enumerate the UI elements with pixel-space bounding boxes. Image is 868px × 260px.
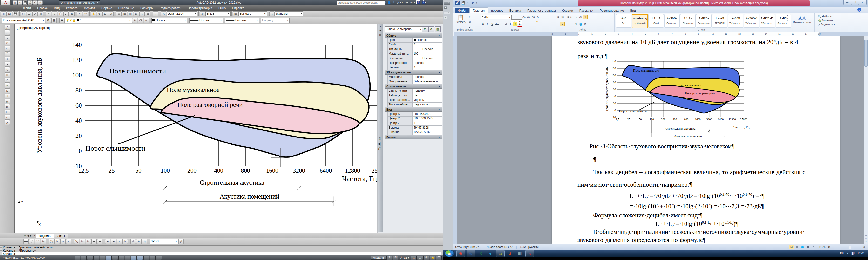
dim-angular-icon[interactable]: ∠ [66,239,71,244]
acad-minimize-icon[interactable]: _ [444,2,447,5]
std-paste-icon[interactable]: 📋 [58,11,63,16]
draw-line-icon[interactable]: ╱ [5,25,10,30]
std-undo-icon[interactable]: ↶ [77,11,83,16]
autoscale-icon[interactable]: 人 [417,256,423,260]
quickview-layouts-icon[interactable]: 🗗 [386,256,392,260]
close-icon[interactable]: ✕ [859,0,867,5]
increase-indent-icon[interactable]: ⇥ [574,15,579,19]
std-designcenter-icon[interactable]: ▦ [122,11,127,16]
acad-drawing-canvas[interactable]: [-][Верхняя][2D каркас] 1401201008060402… [14,24,377,233]
proofing-icon[interactable]: 📖✗ [520,245,526,249]
command-window-grip[interactable] [0,246,2,255]
table-style-combo[interactable]: Standard▼ [239,11,267,16]
dim-style-combo[interactable]: SPDS▼ [206,11,230,16]
strikethrough-icon[interactable]: abc [495,22,499,27]
grow-font-icon[interactable]: A˄ [522,15,526,19]
line-spacing-icon[interactable]: ⇅ [574,22,579,27]
selection-combo[interactable]: Ничего не выбрано▼ [384,27,423,32]
draw-make-block-icon[interactable]: ⊞ [5,88,10,93]
text-style-combo[interactable]: GOST 2.304▼ [166,11,197,16]
style-card[interactable]: АаБбВвГг,¶Обычный [632,14,648,28]
zoom-slider-handle[interactable] [849,246,851,249]
style-card[interactable]: 1.1.1 АОсн3 [648,14,664,28]
palette-row[interactable]: Тип линий ———Послою [388,47,442,52]
draft-view-icon[interactable]: ≡ [811,245,816,249]
std-tool-palettes-icon[interactable]: ▥ [128,11,133,16]
numbering-icon[interactable]: 1≡ [560,15,565,19]
dim-inspect-icon[interactable]: ✓ [117,239,122,244]
quickview-drawings-icon[interactable]: 🗗 [393,256,398,260]
taskbar-app-chrome[interactable]: ◉ [457,250,465,257]
palette-row[interactable]: Цвет Послою [388,38,442,43]
italic-icon[interactable]: К [485,22,490,27]
status-toggle-am[interactable] [156,256,162,260]
draw-multiline-text-icon[interactable]: A [5,120,10,125]
tab-Рассылки[interactable]: Рассылки [576,8,596,13]
shrink-font-icon[interactable]: A˅ [526,15,531,19]
zoom-slider[interactable] [832,247,861,248]
taskbar-app-internet-explorer[interactable]: e [486,250,495,256]
std-print-icon[interactable]: ⎙ [21,11,26,16]
dim-ordinate-icon[interactable]: ⊢ [41,239,46,244]
status-toggle-ortho[interactable] [93,256,99,260]
status-toggle-qp[interactable] [150,256,156,260]
dim-tolerance-icon[interactable]: ⊞ [105,239,111,244]
tab-Разметка страницы[interactable]: Разметка страницы [524,8,559,13]
right-indent-marker[interactable]: △ [818,34,820,36]
model-space-button[interactable]: МОДЕЛЬ [371,256,386,260]
std-open-icon[interactable]: 🗁 [7,11,12,16]
text-effects-icon[interactable]: А [508,22,513,27]
acad-app-logo-icon[interactable]: A [0,0,10,6]
std-zoom-window-icon[interactable]: ⊡ [102,11,108,16]
page-indicator[interactable]: Страница: 8 из 74 [455,245,479,249]
taskbar-app-archive[interactable]: 2 [506,250,514,256]
bullets-icon[interactable]: •≡ [556,15,560,19]
search-binoculars-icon[interactable]: ⌕ [384,1,386,4]
taskbar-app-autocad[interactable]: A [525,250,534,257]
tab-Рецензирование[interactable]: Рецензирование [596,8,627,13]
dim-aligned-icon[interactable]: ⤢ [29,239,34,244]
quick-select-icon[interactable]: ⟳ [429,27,434,32]
menu-item-Сервис[interactable]: Сервис [101,6,112,10]
std-transmit-icon[interactable]: ◍ [38,11,43,16]
dim-dim-update-icon[interactable]: ⇆ [142,239,147,244]
hanging-indent-marker[interactable]: △ [578,34,580,36]
palette-row[interactable]: Таблица стил... Нет [388,94,442,98]
word-count[interactable]: Число слов: 13 677 [487,245,513,249]
std-zoom-realtime-icon[interactable]: ⊕ [97,11,102,16]
zoom-out-icon[interactable]: ⊖ [828,245,830,249]
palette-row[interactable]: Вес линий ———Послою [388,56,442,61]
palette-row[interactable]: Тип стилей пе... Недоступно [388,103,442,107]
annotation-visibility-icon[interactable]: 人 [411,256,416,260]
dim-dim-break-icon[interactable]: ⇸ [97,239,102,244]
style-card[interactable]: АаБДе1 [616,14,631,28]
menu-item-Вид[interactable]: Вид [54,6,60,10]
menu-item-Вставка[interactable]: Вставка [66,6,78,10]
dim-jog-line-icon[interactable]: ↯ [123,239,128,244]
std-preview-icon[interactable]: 🗔 [27,11,32,16]
dwg-close-icon[interactable]: ✕ [444,16,447,19]
network-icon[interactable]: 🖳 [851,251,855,256]
qat-redo-icon[interactable]: ↷ [38,0,43,5]
dim-jogged-icon[interactable]: ↯ [55,239,60,244]
status-toggle-polar[interactable] [100,256,105,260]
table-style-icon[interactable]: ▦ [233,11,238,16]
font-name-combo[interactable]: Calibri▼ [481,15,512,20]
std-matchprops-icon[interactable]: 🖌 [63,11,69,16]
std-save-icon[interactable]: 💾 [13,11,18,16]
status-toggle-otrack[interactable] [118,256,124,260]
tab-Вставка[interactable]: Вставка [506,8,524,13]
draw-ellipse-arc-icon[interactable]: ◠ [5,78,10,82]
palette-section-header[interactable]: Вид▲ [384,107,442,112]
layer-freeze-icon[interactable]: ☀ [69,19,72,22]
palette-titlebar[interactable]: ✕ ◂▸ ▤ Свойства [378,24,383,232]
menu-item-Формат[interactable]: Формат [84,6,95,10]
color-combo[interactable]: Послою▼ [151,18,187,23]
horizontal-ruler[interactable]: 21123456789101112131415161718 ▽ △ △ [454,32,868,36]
workspace-save-icon[interactable]: ▣ [51,18,57,23]
status-toggle-lwt[interactable] [137,256,143,260]
draw-gradient-icon[interactable]: ▧ [5,104,10,109]
qat-save-icon[interactable]: 💾 [23,0,28,5]
tray-expand-icon[interactable]: ▲ [846,252,849,255]
lineweight-combo[interactable]: ———Послою▼ [225,18,259,23]
